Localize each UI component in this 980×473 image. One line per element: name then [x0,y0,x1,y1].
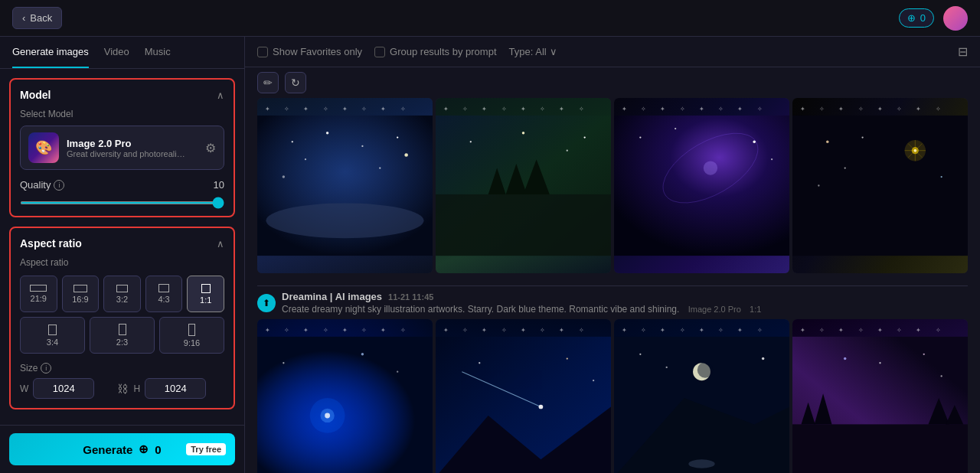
svg-point-25 [771,158,773,160]
tab-music[interactable]: Music [145,37,171,68]
svg-point-22 [639,136,641,138]
svg-point-4 [361,145,363,147]
tab-video[interactable]: Video [104,37,129,68]
type-label: Type: All [509,46,547,57]
show-favorites-checkbox[interactable] [257,47,268,57]
image-cell-2[interactable] [436,98,611,273]
prompt-text: Create dreamy night sky illustration art… [282,304,968,315]
tab-bar: Generate images Video Music [0,37,244,69]
image-cell-1[interactable] [257,98,433,273]
image-cell-7[interactable] [614,319,789,473]
svg-point-18 [584,136,586,138]
aspect-btn-16-9[interactable]: 16:9 [62,276,100,312]
model-info: Image 2.0 Pro Great diversity and photor… [67,138,198,158]
svg-point-43 [283,362,284,364]
aspect-icon-16-9 [74,285,87,292]
svg-point-56 [697,362,714,378]
image-cell-8[interactable] [792,319,968,473]
token-count: 0 [920,12,926,24]
aspect-ratio-section: Aspect ratio ∧ Aspect ratio 21:9 16:9 [9,227,235,409]
model-chevron-icon[interactable]: ∧ [217,90,224,101]
group-results-checkbox[interactable] [374,47,385,57]
action-row-1: ✏ ↻ [257,67,968,98]
gallery-image-6 [436,319,611,473]
svg-point-23 [675,128,676,129]
show-favorites-filter[interactable]: Show Favorites only [257,46,362,57]
tab-generate-images[interactable]: Generate images [12,37,89,68]
width-input[interactable] [33,378,94,399]
size-info-icon[interactable]: i [41,363,51,374]
svg-point-44 [397,371,398,373]
avatar[interactable] [943,6,968,31]
image-cell-6[interactable] [436,319,611,473]
svg-point-17 [567,150,568,152]
model-section: Model ∧ Select Model 🎨 Image 2.0 Pro Gre… [9,78,235,217]
aspect-btn-3-4[interactable]: 3:4 [20,317,85,354]
prompt-info: Dreamina | AI images 11-21 11:45 Create … [282,291,968,315]
prompt-time: 11-21 11:45 [388,292,433,302]
refresh-action-1[interactable]: ↻ [285,72,306,93]
aspect-icon-3-2 [116,285,128,292]
aspect-ratio-label: Aspect ratio [20,257,224,268]
edit-action-1[interactable]: ✏ [257,72,279,93]
image-cell-4[interactable] [792,98,968,273]
svg-point-51 [567,357,568,359]
prompt-source: Dreamina | AI images 11-21 11:45 [282,291,968,302]
width-key: W [20,383,28,394]
prompt-model: Image 2.0 Pro [688,305,741,314]
image-cell-3[interactable] [614,98,789,273]
top-bar: ‹ Back ⊕ 0 [0,0,980,37]
height-key: H [134,383,141,394]
model-card[interactable]: 🎨 Image 2.0 Pro Great diversity and phot… [20,126,224,170]
prompt-row: ⬆ Dreamina | AI images 11-21 11:45 Creat… [257,285,968,319]
svg-point-9 [283,175,285,178]
generate-cost: 0 [155,443,161,456]
aspect-btn-2-3[interactable]: 2:3 [90,317,155,354]
back-chevron-icon: ‹ [22,12,25,24]
quality-value: 10 [214,179,224,191]
quality-slider[interactable] [20,201,224,204]
folder-icon[interactable]: ⊟ [958,45,968,58]
svg-point-15 [470,141,472,142]
aspect-icon-2-3 [119,324,126,335]
svg-point-59 [762,357,764,360]
top-right: ⊕ 0 [899,6,968,31]
svg-point-34 [826,141,828,143]
image-section-2: ⬆ Dreamina | AI images 11-21 11:45 Creat… [257,285,968,473]
image-cell-5[interactable] [257,319,433,473]
folder-action[interactable]: ⊟ [958,44,968,59]
aspect-btn-1-1[interactable]: 1:1 [187,276,224,312]
type-filter[interactable]: Type: All ∨ [509,46,557,57]
aspect-grid-row2: 3:4 2:3 9:16 [20,317,224,354]
svg-point-70 [923,354,925,355]
svg-point-58 [639,354,641,355]
token-icon: ⊕ [907,12,916,24]
gallery-image-8 [792,319,968,473]
svg-point-50 [479,362,480,364]
group-results-label: Group results by prompt [390,46,496,57]
svg-point-7 [305,158,306,160]
aspect-btn-4-3[interactable]: 4:3 [145,276,183,312]
back-button[interactable]: ‹ Back [12,7,62,29]
aspect-btn-9-16[interactable]: 9:16 [159,317,224,354]
model-name: Image 2.0 Pro [67,138,198,149]
model-desc: Great diversity and photorealism. Of... [67,149,189,158]
svg-point-36 [844,167,846,168]
svg-point-37 [941,176,942,178]
aspect-ratio-chevron-icon[interactable]: ∧ [217,238,224,250]
svg-rect-63 [792,424,968,473]
image-section-1: ✏ ↻ [257,67,968,273]
quality-info-icon[interactable]: i [54,180,64,191]
aspect-icon-4-3 [158,284,169,292]
generate-button[interactable]: Generate ⊕ 0 Try free [9,433,235,465]
main-layout: Generate images Video Music Model ∧ Sele… [0,37,980,473]
height-input[interactable] [145,378,206,399]
svg-point-48 [539,405,544,409]
aspect-ratio-title: Aspect ratio [20,237,82,250]
link-icon[interactable]: ⛓ [117,383,128,395]
group-results-filter[interactable]: Group results by prompt [374,46,496,57]
aspect-btn-21-9[interactable]: 21:9 [20,276,57,312]
model-settings-icon[interactable]: ⚙ [205,141,216,155]
aspect-btn-3-2[interactable]: 3:2 [103,276,141,312]
svg-point-71 [941,375,942,377]
